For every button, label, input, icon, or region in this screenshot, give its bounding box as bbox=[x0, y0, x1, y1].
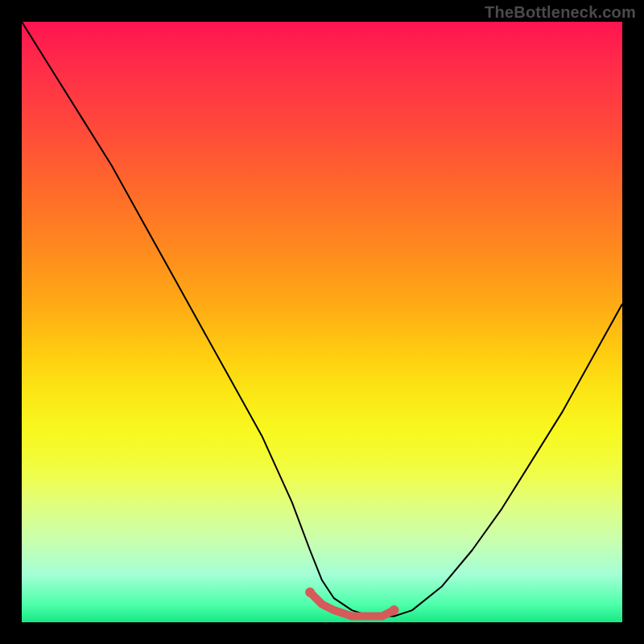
plot-area bbox=[22, 22, 622, 622]
highlight-endpoint bbox=[390, 605, 399, 615]
highlight-line bbox=[310, 592, 394, 617]
chart-svg bbox=[22, 22, 622, 622]
curve-line bbox=[22, 22, 622, 617]
highlight-endpoint bbox=[305, 588, 315, 597]
watermark-text: TheBottleneck.com bbox=[485, 3, 636, 22]
chart-frame: TheBottleneck.com bbox=[0, 0, 644, 644]
